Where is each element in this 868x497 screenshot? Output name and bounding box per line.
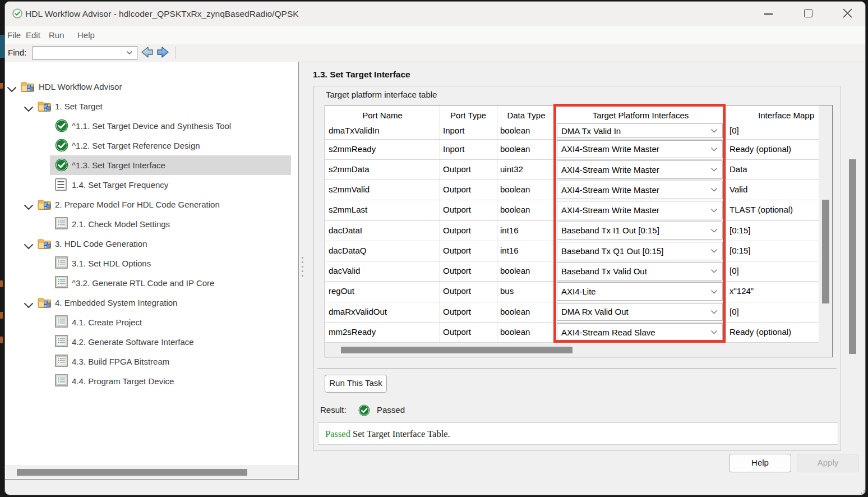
interface-dropdown[interactable]: AXI4-Stream Write Master [557,181,723,199]
splitter-handle[interactable] [302,257,303,259]
tree-item[interactable]: 4.4. Program Target Device [5,371,298,391]
cell-port-type[interactable]: Outport [443,159,471,180]
resize-grip[interactable] [864,493,865,494]
cell-data-type[interactable]: uint32 [500,159,523,180]
run-this-task-button[interactable]: Run This Task [325,375,387,393]
resize-grip[interactable] [864,490,865,491]
tree-item[interactable]: 2.1. Check Model Settings [5,214,298,234]
menu-item-run[interactable]: Run [49,26,64,44]
cell-port-name[interactable]: s2mmValid [329,180,370,200]
interface-dropdown[interactable]: Baseband Tx Valid Out [557,262,723,280]
cell-interface-mapping[interactable]: [0:15] [730,241,751,261]
tree-item[interactable]: ^1.3. Set Target Interface [5,155,298,175]
tree-item[interactable]: 3.1. Set HDL Options [5,254,298,273]
cell-interface-mapping[interactable]: Ready (optional) [730,139,791,159]
resize-grip[interactable] [861,493,862,494]
cell-port-name[interactable]: s2mmData [329,159,370,180]
cell-interface-mapping[interactable]: [0] [730,302,739,322]
interface-dropdown[interactable]: Baseband Tx I1 Out [0:15] [557,222,723,240]
cell-data-type[interactable]: boolean [500,139,530,159]
cell-port-name[interactable]: dmaRxValidOut [329,302,387,322]
minimize-button[interactable] [764,13,773,15]
menu-item-file[interactable]: File [7,26,21,44]
interface-dropdown[interactable]: AXI4-Stream Write Master [557,140,723,159]
tree-item[interactable]: 3. HDL Code Generation [5,234,298,254]
cell-interface-mapping[interactable]: [0] [730,261,739,281]
scrollbar-thumb[interactable] [822,200,829,303]
interface-dropdown[interactable]: Baseband Tx Q1 Out [0:15] [557,242,723,260]
find-next-button[interactable] [156,45,170,59]
cell-port-name[interactable]: dacDataI [329,220,362,241]
tree-item[interactable]: HDL Workflow Advisor [5,77,298,96]
cell-port-name[interactable]: dmaTxValidIn [329,122,380,139]
cell-data-type[interactable]: int16 [500,220,519,241]
cell-interface-mapping[interactable]: Data [730,159,747,180]
help-button[interactable]: Help [729,454,791,472]
cell-interface-mapping[interactable]: Valid [730,180,747,200]
tree-item[interactable]: ^3.2. Generate RTL Code and IP Core [5,273,298,293]
cell-interface-mapping[interactable]: TLAST (optional) [730,200,793,220]
cell-port-type[interactable]: Outport [443,261,471,281]
scrollbar-thumb[interactable] [341,347,572,353]
cell-data-type[interactable]: boolean [500,322,530,342]
tree-item[interactable]: 4.1. Create Project [5,312,298,332]
panel-vertical-scrollbar[interactable] [849,159,856,354]
menu-item-help[interactable]: Help [77,26,95,44]
close-button[interactable] [843,8,852,18]
cell-port-name[interactable]: dacDataQ [329,241,367,261]
tree-item[interactable]: 4. Embedded System Integration [5,293,298,312]
cell-data-type[interactable]: bus [500,281,514,301]
find-previous-button[interactable] [140,45,154,59]
interface-dropdown[interactable]: AXI4-Stream Write Master [557,160,723,179]
tree-item[interactable]: ^1.1. Set Target Device and Synthesis To… [5,116,298,136]
cell-port-name[interactable]: mm2sReady [329,322,376,342]
apply-button[interactable]: Apply [797,454,859,472]
interface-dropdown[interactable]: DMA Tx Valid In [557,123,723,138]
splitter-handle[interactable] [302,266,303,268]
cell-interface-mapping[interactable]: x"124" [730,281,754,301]
tree-horizontal-scrollbar[interactable] [6,465,298,478]
interface-dropdown[interactable]: DMA Rx Valid Out [557,303,723,321]
tree-item[interactable]: 4.2. Generate Software Interface [5,332,298,352]
tree-item[interactable]: 1. Set Target [5,96,298,116]
table-vertical-scrollbar[interactable] [819,105,832,343]
splitter-handle[interactable] [302,261,303,263]
cell-port-type[interactable]: Outport [443,322,471,342]
splitter-handle[interactable] [302,270,303,272]
cell-port-name[interactable]: regOut [329,281,354,301]
cell-port-type[interactable]: Outport [443,281,471,301]
cell-port-type[interactable]: Outport [443,241,471,261]
cell-data-type[interactable]: int16 [500,241,519,261]
cell-interface-mapping[interactable]: [0] [730,122,739,139]
cell-port-type[interactable]: Outport [443,302,471,322]
scrollbar-thumb[interactable] [17,469,247,476]
cell-interface-mapping[interactable]: Ready (optional) [730,322,791,342]
interface-dropdown[interactable]: AXI4-Stream Read Slave [557,323,723,342]
column-header[interactable]: Interface Mapp [696,108,819,123]
interface-dropdown[interactable]: AXI4-Stream Write Master [557,201,723,219]
cell-port-type[interactable]: Outport [443,180,471,200]
find-input[interactable] [33,46,137,60]
cell-data-type[interactable]: boolean [500,302,530,322]
cell-port-type[interactable]: Inport [443,139,464,159]
cell-data-type[interactable]: boolean [500,261,530,281]
tree-item[interactable]: 4.3. Build FPGA Bitstream [5,352,298,371]
splitter-handle[interactable] [302,275,303,277]
cell-port-name[interactable]: s2mmLast [329,200,367,220]
cell-port-type[interactable]: Outport [443,220,471,241]
cell-data-type[interactable]: boolean [500,180,530,200]
interface-dropdown[interactable]: AXI4-Lite [557,282,723,301]
tree-item[interactable]: 1.4. Set Target Frequency [5,175,298,195]
menu-item-edit[interactable]: Edit [26,26,40,44]
tree-item[interactable]: 2. Prepare Model For HDL Code Generation [5,195,298,214]
cell-port-type[interactable]: Inport [443,122,464,139]
tree-item[interactable]: ^1.2. Set Target Reference Design [5,136,298,155]
table-horizontal-scrollbar[interactable] [325,343,832,357]
cell-port-name[interactable]: s2mmReady [329,139,376,159]
maximize-button[interactable] [804,9,812,17]
cell-data-type[interactable]: boolean [500,122,530,139]
cell-port-name[interactable]: dacValid [329,261,360,281]
cell-data-type[interactable]: boolean [500,200,530,220]
cell-interface-mapping[interactable]: [0:15] [730,220,751,241]
cell-port-type[interactable]: Outport [443,200,471,220]
